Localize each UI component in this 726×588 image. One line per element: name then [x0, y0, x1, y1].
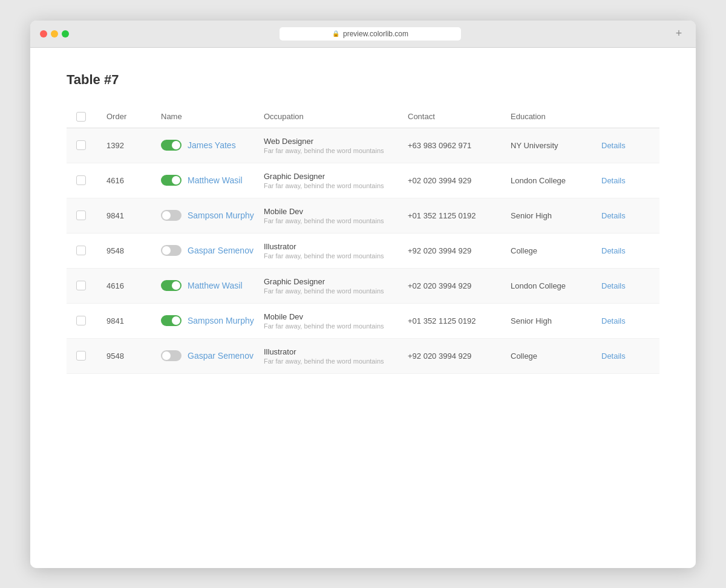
toggle-switch[interactable]: [161, 175, 182, 186]
cell-name: Gaspar Semenov: [161, 245, 258, 256]
row-checkbox[interactable]: [76, 281, 86, 290]
row-checkbox[interactable]: [76, 246, 86, 255]
header-order: Order: [106, 112, 155, 121]
details-link[interactable]: Details: [601, 176, 650, 185]
toggle-switch[interactable]: [161, 245, 182, 256]
toggle-switch[interactable]: [161, 280, 182, 291]
header-occupation: Occupation: [264, 112, 402, 121]
cell-education: Senior High: [511, 316, 595, 325]
details-link[interactable]: Details: [601, 211, 650, 220]
cell-name: Gaspar Semenov: [161, 350, 258, 361]
cell-contact: +02 020 3994 929: [408, 281, 505, 290]
browser-chrome: 🔒 preview.colorlib.com +: [30, 21, 696, 48]
row-checkbox[interactable]: [76, 351, 86, 361]
person-name-link[interactable]: Gaspar Semenov: [188, 351, 253, 361]
header-contact: Contact: [408, 112, 505, 121]
table-row: 9841 Sampson Murphy Mobile Dev Far far a…: [67, 198, 659, 234]
row-checkbox-cell: [76, 281, 100, 290]
select-all-checkbox[interactable]: [76, 112, 86, 122]
cell-name: Matthew Wasil: [161, 280, 258, 291]
maximize-button[interactable]: [62, 30, 69, 38]
cell-occupation: Mobile Dev Far far away, behind the word…: [264, 207, 402, 224]
person-name-link[interactable]: Sampson Murphy: [188, 211, 254, 220]
details-link[interactable]: Details: [601, 246, 650, 255]
cell-order: 4616: [106, 281, 155, 290]
browser-window: 🔒 preview.colorlib.com + Table #7 Order …: [30, 21, 696, 568]
occupation-title: Mobile Dev: [264, 207, 402, 216]
cell-name: Matthew Wasil: [161, 175, 258, 186]
occupation-sub: Far far away, behind the word mountains: [264, 147, 402, 154]
minimize-button[interactable]: [51, 30, 58, 38]
cell-occupation: Illustrator Far far away, behind the wor…: [264, 347, 402, 365]
occupation-title: Graphic Designer: [264, 172, 402, 181]
row-checkbox[interactable]: [76, 211, 86, 220]
person-name-link[interactable]: Gaspar Semenov: [188, 246, 253, 255]
new-tab-button[interactable]: +: [672, 27, 686, 41]
cell-contact: +01 352 1125 0192: [408, 316, 505, 325]
occupation-title: Graphic Designer: [264, 277, 402, 286]
header-education: Education: [511, 112, 595, 121]
table-header: Order Name Occupation Contact Education: [67, 106, 659, 128]
cell-contact: +92 020 3994 929: [408, 351, 505, 361]
cell-education: College: [511, 351, 595, 361]
data-table: Order Name Occupation Contact Education …: [67, 106, 659, 374]
person-name-link[interactable]: Matthew Wasil: [188, 175, 243, 185]
traffic-lights: [40, 30, 69, 38]
person-name-link[interactable]: James Yates: [188, 140, 236, 150]
occupation-title: Illustrator: [264, 242, 402, 251]
row-checkbox[interactable]: [76, 140, 86, 150]
cell-name: Sampson Murphy: [161, 315, 258, 326]
details-link[interactable]: Details: [601, 141, 650, 150]
details-link[interactable]: Details: [601, 281, 650, 290]
cell-name: Sampson Murphy: [161, 210, 258, 221]
table-row: 9548 Gaspar Semenov Illustrator Far far …: [67, 339, 659, 374]
row-checkbox[interactable]: [76, 316, 86, 325]
toggle-switch[interactable]: [161, 350, 182, 361]
lock-icon: 🔒: [332, 30, 339, 37]
row-checkbox-cell: [76, 140, 100, 150]
cell-order: 9841: [106, 211, 155, 220]
cell-education: College: [511, 246, 595, 255]
row-checkbox-cell: [76, 246, 100, 255]
table-row: 1392 James Yates Web Designer Far far aw…: [67, 128, 659, 163]
table-row: 4616 Matthew Wasil Graphic Designer Far …: [67, 269, 659, 304]
address-bar: 🔒 preview.colorlib.com: [75, 27, 666, 41]
details-link[interactable]: Details: [601, 351, 650, 361]
cell-order: 4616: [106, 176, 155, 185]
url-bar[interactable]: 🔒 preview.colorlib.com: [280, 27, 461, 41]
browser-content: Table #7 Order Name Occupation Contact E…: [30, 48, 696, 568]
cell-occupation: Graphic Designer Far far away, behind th…: [264, 277, 402, 295]
page-title: Table #7: [67, 72, 659, 88]
occupation-sub: Far far away, behind the word mountains: [264, 358, 402, 365]
close-button[interactable]: [40, 30, 47, 38]
cell-contact: +63 983 0962 971: [408, 141, 505, 150]
cell-education: Senior High: [511, 211, 595, 220]
table-row: 9548 Gaspar Semenov Illustrator Far far …: [67, 234, 659, 269]
cell-name: James Yates: [161, 140, 258, 151]
occupation-title: Web Designer: [264, 137, 402, 146]
header-checkbox-cell: [76, 112, 100, 122]
cell-order: 1392: [106, 141, 155, 150]
details-link[interactable]: Details: [601, 316, 650, 325]
person-name-link[interactable]: Sampson Murphy: [188, 316, 254, 325]
occupation-sub: Far far away, behind the word mountains: [264, 217, 402, 224]
toggle-switch[interactable]: [161, 315, 182, 326]
occupation-sub: Far far away, behind the word mountains: [264, 287, 402, 295]
cell-occupation: Illustrator Far far away, behind the wor…: [264, 242, 402, 260]
toggle-switch[interactable]: [161, 210, 182, 221]
cell-contact: +02 020 3994 929: [408, 176, 505, 185]
cell-education: London College: [511, 281, 595, 290]
cell-education: London College: [511, 176, 595, 185]
cell-occupation: Graphic Designer Far far away, behind th…: [264, 172, 402, 189]
row-checkbox-cell: [76, 316, 100, 325]
cell-order: 9548: [106, 246, 155, 255]
row-checkbox[interactable]: [76, 175, 86, 185]
person-name-link[interactable]: Matthew Wasil: [188, 281, 243, 290]
header-name: Name: [161, 112, 258, 121]
cell-order: 9841: [106, 316, 155, 325]
cell-contact: +92 020 3994 929: [408, 246, 505, 255]
toggle-switch[interactable]: [161, 140, 182, 151]
row-checkbox-cell: [76, 175, 100, 185]
row-checkbox-cell: [76, 351, 100, 361]
table-row: 4616 Matthew Wasil Graphic Designer Far …: [67, 163, 659, 198]
